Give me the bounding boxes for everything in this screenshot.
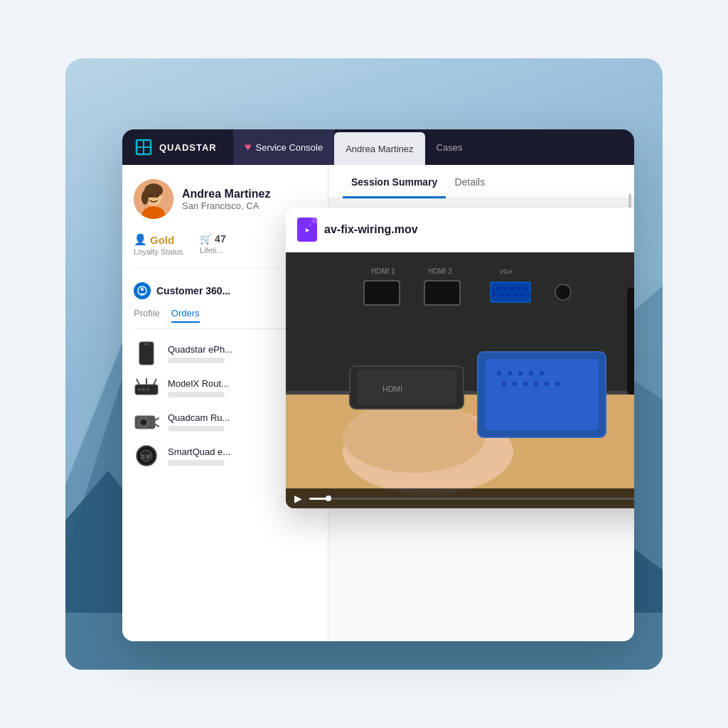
customer-name: Andrea Martinez	[182, 188, 270, 200]
avatar-image	[134, 179, 173, 219]
svg-point-26	[146, 388, 149, 391]
lifetime-label: Lifeti...	[200, 246, 226, 255]
service-console-label: Service Console	[256, 142, 323, 153]
play-button[interactable]: ▶	[294, 493, 302, 504]
orders-subtab[interactable]: Orders	[171, 308, 200, 323]
progress-bar[interactable]	[309, 498, 634, 500]
cases-tab[interactable]: Cases	[425, 129, 474, 165]
customer-info: Andrea Martinez San Francisco, CA	[182, 188, 270, 211]
svg-line-23	[154, 379, 156, 385]
product-info: ModelX Rout...	[168, 378, 229, 397]
phone-icon	[134, 341, 159, 366]
svg-point-44	[496, 287, 499, 289]
session-summary-tab[interactable]: Session Summary	[343, 165, 446, 198]
progress-dot	[326, 496, 331, 501]
lifetime-number: 47	[215, 233, 226, 245]
product-name: Quadcam Ru...	[168, 412, 230, 423]
svg-point-75	[545, 382, 549, 386]
main-content: Andrea Martinez San Francisco, CA 👤 Gold…	[122, 165, 634, 641]
svg-point-55	[555, 284, 571, 300]
svg-rect-43	[491, 282, 530, 302]
svg-point-60	[343, 402, 485, 473]
browser-window: QUADSTAR ♥ Service Console Andrea Martin…	[122, 129, 634, 641]
svg-line-21	[136, 379, 139, 385]
svg-line-30	[155, 418, 159, 420]
svg-point-49	[493, 294, 496, 296]
svg-point-71	[502, 382, 506, 386]
quadstar-logo-icon	[134, 137, 154, 157]
svg-text:VGA: VGA	[499, 268, 513, 275]
loyalty-value: 👤 Gold	[134, 233, 183, 246]
svg-point-67	[508, 371, 512, 375]
svg-text:HDMI 2: HDMI 2	[428, 267, 452, 275]
scene: QUADSTAR ♥ Service Console Andrea Martin…	[65, 58, 663, 670]
product-info: Quadstar ePh...	[168, 344, 232, 363]
cart-icon: 🛒	[200, 233, 212, 245]
svg-rect-41	[364, 281, 400, 305]
svg-text:2.9°: 2.9°	[141, 454, 151, 460]
product-info: SmartQuad e...	[168, 446, 230, 466]
svg-point-47	[518, 287, 520, 289]
details-tab[interactable]: Details	[446, 165, 493, 198]
svg-point-46	[510, 287, 513, 289]
camera-icon	[134, 409, 159, 434]
svg-point-73	[523, 382, 528, 386]
svg-point-15	[156, 195, 159, 198]
service-console-tab[interactable]: ♥ Service Console	[233, 129, 334, 165]
video-controls: ▶ ⛶	[286, 488, 634, 508]
svg-point-51	[507, 294, 510, 296]
heart-icon: ♥	[245, 141, 252, 154]
svg-line-31	[155, 424, 159, 427]
svg-point-17	[141, 288, 144, 291]
svg-point-50	[500, 294, 503, 296]
svg-rect-19	[144, 343, 149, 345]
product-name: SmartQuad e...	[168, 446, 230, 457]
product-name: ModelX Rout...	[168, 378, 229, 389]
cable-scene: HDMI 1 HDMI 2 VGA	[286, 252, 634, 508]
product-name: Quadstar ePh...	[168, 344, 232, 355]
svg-point-72	[513, 382, 517, 386]
product-sub	[168, 426, 225, 432]
video-modal: av-fix-wiring.mov × HDMI 1	[286, 208, 634, 508]
customer-location: San Francisco, CA	[182, 200, 270, 211]
loyalty-badge-icon: 👤	[134, 233, 147, 246]
lifetime-value: 🛒 47	[200, 233, 226, 245]
thermostat-icon: 2.9°	[134, 443, 159, 469]
c360-icon	[134, 282, 151, 299]
svg-point-76	[555, 382, 560, 386]
svg-rect-18	[139, 342, 154, 365]
video-player: HDMI 1 HDMI 2 VGA	[286, 252, 634, 508]
lifetime-item: 🛒 47 Lifeti...	[200, 233, 226, 256]
andrea-martinez-tab[interactable]: Andrea Martinez	[334, 132, 424, 165]
customer-360-title: Customer 360...	[156, 285, 230, 296]
logo-section: QUADSTAR	[134, 137, 233, 157]
svg-point-53	[521, 294, 524, 296]
svg-rect-42	[424, 281, 460, 305]
svg-point-48	[525, 287, 528, 289]
svg-point-68	[518, 371, 523, 375]
product-sub	[168, 392, 225, 397]
svg-point-66	[497, 371, 501, 375]
svg-text:HDMI 1: HDMI 1	[371, 267, 395, 275]
loyalty-gold-text: Gold	[150, 234, 174, 246]
svg-rect-62	[357, 370, 456, 405]
svg-point-54	[528, 294, 531, 296]
avatar	[134, 179, 173, 219]
profile-subtab[interactable]: Profile	[134, 308, 160, 323]
svg-rect-56	[627, 288, 634, 395]
andrea-tab-label: Andrea Martinez	[346, 144, 413, 154]
svg-point-24	[138, 388, 141, 391]
svg-point-74	[534, 382, 538, 386]
svg-text:HDMI: HDMI	[382, 385, 402, 393]
modal-filename: av-fix-wiring.mov	[324, 223, 418, 236]
svg-point-14	[149, 195, 151, 198]
nav-bar: QUADSTAR ♥ Service Console Andrea Martin…	[122, 129, 634, 165]
svg-point-45	[503, 287, 506, 289]
loyalty-label: Loyalty Status	[134, 247, 183, 256]
svg-point-29	[141, 420, 146, 424]
product-sub	[168, 358, 225, 363]
svg-point-12	[141, 191, 149, 205]
product-sub	[168, 460, 225, 466]
svg-point-52	[514, 294, 517, 296]
svg-rect-65	[485, 359, 599, 430]
